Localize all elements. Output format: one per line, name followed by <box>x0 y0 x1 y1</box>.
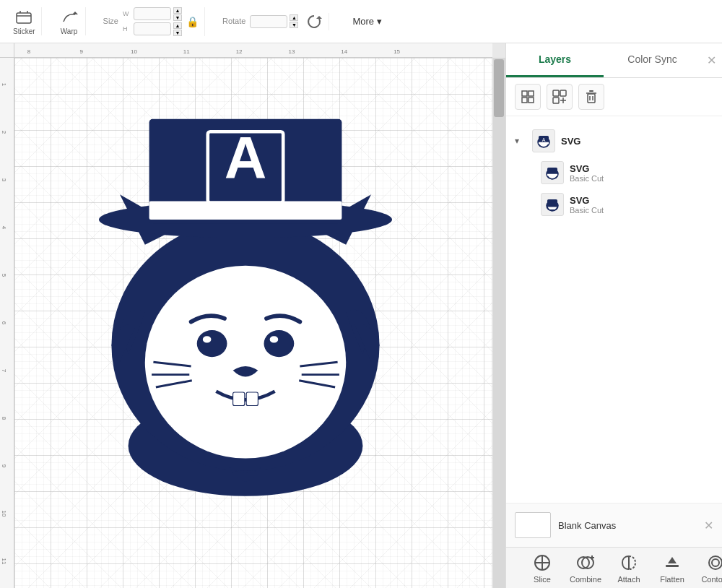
rotate-down-button[interactable]: ▼ <box>290 22 298 28</box>
contour-label: Contour <box>701 575 722 584</box>
width-row: W ▲ ▼ <box>123 7 182 21</box>
bottom-toolbar: Slice Combine <box>506 547 722 588</box>
height-label: H <box>123 25 131 33</box>
svg-rect-15 <box>233 392 245 406</box>
svg-text:A: A <box>225 125 267 190</box>
ruler-h-13: 13 <box>289 48 295 55</box>
svg-point-11 <box>197 330 227 357</box>
warp-icon <box>59 7 79 27</box>
layer-thumb-child-2 <box>541 193 564 216</box>
layer-type-child-1: Basic Cut <box>570 174 713 183</box>
svg-rect-50 <box>547 174 557 176</box>
width-down-button[interactable]: ▼ <box>173 14 182 21</box>
panel-close-button[interactable]: ✕ <box>701 43 722 77</box>
layer-thumb-icon: A <box>534 131 554 151</box>
more-section: More ▾ <box>341 13 393 30</box>
slice-button[interactable]: Slice <box>521 553 564 584</box>
layer-item-svg-group[interactable]: ▾ A SVG <box>506 125 722 157</box>
vertical-scrollbar[interactable] <box>492 58 505 588</box>
ruler-v-2: 2 <box>1 131 7 134</box>
ruler-v-8: 8 <box>1 417 7 420</box>
combine-label: Combine <box>570 575 601 584</box>
ruler-h-inner: 8 9 10 11 12 13 14 15 <box>14 43 492 57</box>
warp-section: Warp <box>53 7 86 35</box>
height-down-button[interactable]: ▼ <box>173 30 182 36</box>
ruler-v-9: 9 <box>1 464 7 467</box>
svg-point-12 <box>264 330 295 357</box>
rotate-up-button[interactable]: ▲ <box>290 14 298 21</box>
ungroup-button[interactable] <box>547 84 573 110</box>
group-icon <box>521 90 535 104</box>
tab-color-sync[interactable]: Color Sync <box>604 43 701 77</box>
svg-rect-31 <box>529 98 534 103</box>
blank-canvas-close-button[interactable]: ✕ <box>704 519 713 532</box>
svg-point-8 <box>145 266 346 459</box>
svg-rect-29 <box>529 91 534 96</box>
width-up-button[interactable]: ▲ <box>173 7 182 14</box>
layer-item-svg-child-1[interactable]: SVG Basic Cut <box>506 157 722 189</box>
sticker-button[interactable]: Sticker <box>13 7 35 35</box>
layer-item-svg-child-2[interactable]: SVG Basic Cut <box>506 189 722 220</box>
combine-button[interactable]: Combine <box>564 553 607 584</box>
rotate-input[interactable] <box>250 15 287 28</box>
rotate-section: Rotate ▲ ▼ <box>217 13 329 30</box>
more-button[interactable]: More ▾ <box>347 13 388 30</box>
svg-rect-53 <box>547 199 557 207</box>
more-label: More <box>352 16 374 27</box>
svg-point-13 <box>203 336 212 342</box>
flatten-label: Flatten <box>660 575 684 584</box>
layer-info-child-2: SVG Basic Cut <box>570 195 713 215</box>
ruler-corner <box>0 43 14 58</box>
blank-canvas-label: Blank Canvas <box>558 520 616 531</box>
delete-button[interactable] <box>578 84 604 110</box>
lock-icon[interactable]: 🔒 <box>186 16 199 27</box>
canvas-area[interactable]: 8 9 10 11 12 13 14 15 1 2 3 4 5 6 7 8 9 <box>0 43 505 588</box>
ruler-v-7: 7 <box>1 369 7 372</box>
svg-rect-33 <box>560 90 566 96</box>
svg-rect-16 <box>246 392 258 406</box>
tab-layers[interactable]: Layers <box>506 43 604 77</box>
ruler-vertical: 1 2 3 4 5 6 7 8 9 10 11 <box>0 58 14 588</box>
svg-point-64 <box>709 556 722 569</box>
mascot-svg[interactable]: A <box>36 94 455 513</box>
ruler-h-8: 8 <box>27 48 30 55</box>
ruler-v-10: 10 <box>1 511 7 517</box>
height-row: H ▲ ▼ <box>123 22 182 36</box>
svg-point-65 <box>712 559 719 566</box>
ruler-horizontal: 8 9 10 11 12 13 14 15 <box>14 43 492 58</box>
rotate-icon-container <box>305 13 323 30</box>
size-label-item: Size <box>103 17 118 27</box>
size-section: Size W ▲ ▼ H ▲ ▼ 🔒 <box>97 7 205 36</box>
rotate-icon <box>305 13 323 30</box>
attach-button[interactable]: Attach <box>607 553 651 584</box>
svg-rect-45 <box>539 142 549 144</box>
layer-expand-chevron[interactable]: ▾ <box>515 136 526 146</box>
width-input[interactable] <box>134 7 171 20</box>
layer-thumb-child-1-icon <box>542 163 562 183</box>
layer-name-child-2: SVG <box>570 195 713 206</box>
blank-canvas-section: Blank Canvas ✕ <box>506 503 722 547</box>
height-up-button[interactable]: ▲ <box>173 22 182 29</box>
layer-info-child-1: SVG Basic Cut <box>570 163 713 183</box>
panel-toolbar <box>506 78 722 116</box>
svg-rect-0 <box>17 13 31 23</box>
grid-canvas[interactable]: A <box>14 58 492 588</box>
ruler-h-12: 12 <box>236 48 243 55</box>
warp-button[interactable]: Warp <box>59 7 79 35</box>
slice-icon <box>532 553 552 573</box>
delete-icon <box>584 90 599 104</box>
scrollbar-thumb[interactable] <box>494 59 504 117</box>
group-button[interactable] <box>515 84 541 110</box>
sticker-icon <box>14 7 34 27</box>
sticker-label: Sticker <box>13 27 35 35</box>
height-input[interactable] <box>134 22 171 35</box>
layer-group-svg: ▾ A SVG <box>506 122 722 223</box>
slice-label: Slice <box>534 575 551 584</box>
main-area: 8 9 10 11 12 13 14 15 1 2 3 4 5 6 7 8 9 <box>0 43 722 588</box>
flatten-button[interactable]: Flatten <box>651 553 694 584</box>
ruler-v-11: 11 <box>1 558 7 565</box>
contour-button[interactable]: Contour <box>694 553 722 584</box>
layers-list: ▾ A SVG <box>506 116 722 503</box>
layer-type-child-2: Basic Cut <box>570 206 713 215</box>
blank-canvas-thumb <box>515 512 551 538</box>
